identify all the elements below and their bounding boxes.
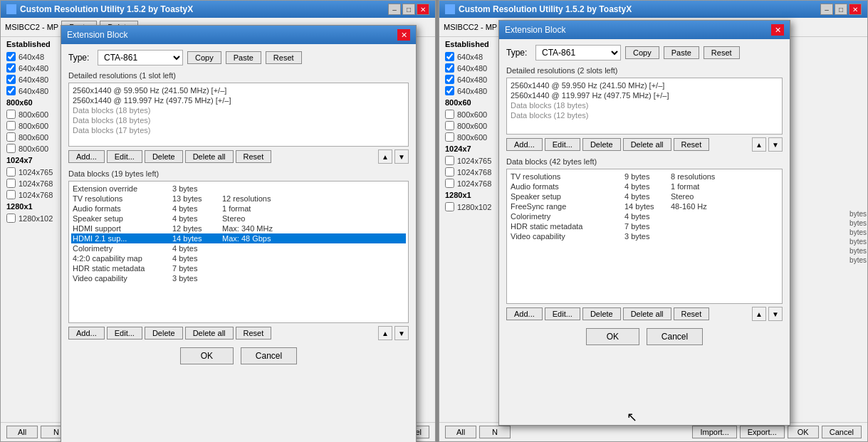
left-reset-btn[interactable]: Reset: [266, 51, 302, 64]
right-paste-btn2[interactable]: Paste: [664, 46, 699, 59]
right-n-btn[interactable]: N: [479, 426, 511, 438]
data-table-row[interactable]: HDR static metadata 7 bytes: [71, 263, 406, 273]
left-res-add-btn[interactable]: Add...: [68, 150, 105, 163]
right-ok-btn[interactable]: OK: [788, 426, 819, 438]
right-import-btn[interactable]: Import...: [692, 426, 736, 438]
list-item[interactable]: 2560x1440 @ 119.997 Hz (497.75 MHz) [+/–…: [71, 95, 406, 105]
data-table-row[interactable]: Audio formats 4 bytes 1 format: [509, 181, 780, 191]
row-checkbox[interactable]: [445, 156, 454, 165]
data-table-row[interactable]: Extension override 3 bytes: [71, 184, 406, 194]
row-checkbox[interactable]: [6, 110, 16, 119]
data-table-row[interactable]: HDMI support 12 bytes Max: 340 MHz: [71, 223, 406, 233]
row-checkbox[interactable]: [445, 63, 454, 73]
left-res-reset-btn[interactable]: Reset: [236, 150, 272, 163]
left-data-table[interactable]: Extension override 3 bytes TV resolution…: [68, 181, 409, 323]
left-resolutions-list[interactable]: 2560x1440 @ 59.950 Hz (241.50 MHz) [+/–]…: [68, 83, 409, 147]
right-res-edit-btn[interactable]: Edit...: [545, 138, 580, 151]
data-table-row[interactable]: FreeSync range 14 bytes 48-160 Hz: [509, 201, 780, 211]
left-type-select[interactable]: CTA-861: [98, 50, 183, 65]
right-data-reset-btn[interactable]: Reset: [674, 307, 710, 320]
left-data-edit-btn[interactable]: Edit...: [107, 327, 142, 340]
left-all-btn[interactable]: All: [6, 426, 38, 438]
maximize-btn[interactable]: □: [402, 4, 415, 15]
left-res-up-btn[interactable]: ▲: [378, 149, 392, 164]
list-item[interactable]: 2560x1440 @ 59.950 Hz (241.50 MHz) [+/–]: [509, 80, 780, 90]
row-checkbox[interactable]: [6, 179, 16, 188]
right-res-delete-btn[interactable]: Delete: [582, 138, 621, 151]
data-table-row[interactable]: Audio formats 4 bytes 1 format: [71, 204, 406, 214]
right-data-down-btn[interactable]: ▼: [768, 307, 783, 321]
row-checkbox[interactable]: [6, 75, 16, 84]
list-item[interactable]: 2560x1440 @ 59.950 Hz (241.50 MHz) [+/–]: [71, 85, 406, 95]
row-checkbox[interactable]: [445, 110, 454, 119]
left-data-delete-all-btn[interactable]: Delete all: [185, 327, 234, 340]
right-res-up-btn[interactable]: ▲: [752, 137, 766, 152]
data-table-row[interactable]: 4:2:0 capability map 4 bytes: [71, 253, 406, 263]
right-data-add-btn[interactable]: Add...: [506, 307, 543, 320]
data-table-row[interactable]: Video capability 3 bytes: [509, 231, 780, 241]
left-cancel-footer-btn[interactable]: Cancel: [241, 347, 297, 364]
data-table-row[interactable]: Colorimetry 4 bytes: [509, 211, 780, 221]
data-table-row[interactable]: Colorimetry 4 bytes: [71, 243, 406, 253]
row-checkbox[interactable]: [6, 167, 16, 177]
right-reset-btn[interactable]: Reset: [704, 46, 740, 59]
row-checkbox[interactable]: [6, 121, 16, 130]
row-checkbox[interactable]: [445, 167, 454, 177]
data-table-row[interactable]: Speaker setup 4 bytes Stereo: [509, 191, 780, 201]
left-dialog-close[interactable]: ✕: [397, 29, 410, 41]
right-ok-footer-btn[interactable]: OK: [586, 328, 639, 345]
left-data-up-btn[interactable]: ▲: [378, 326, 392, 340]
right-data-table[interactable]: TV resolutions 9 bytes 8 resolutions Aud…: [506, 169, 783, 304]
row-checkbox[interactable]: [445, 121, 454, 130]
right-minimize-btn[interactable]: –: [820, 4, 833, 15]
row-checkbox[interactable]: [445, 179, 454, 188]
data-table-row[interactable]: TV resolutions 9 bytes 8 resolutions: [509, 172, 780, 181]
left-ok-footer-btn[interactable]: OK: [180, 347, 234, 364]
right-dialog-close[interactable]: ✕: [771, 24, 784, 36]
right-data-edit-btn[interactable]: Edit...: [545, 307, 580, 320]
data-table-row[interactable]: Speaker setup 4 bytes Stereo: [71, 214, 406, 223]
right-res-delete-all-btn[interactable]: Delete all: [623, 138, 671, 151]
left-res-down-btn[interactable]: ▼: [394, 149, 409, 164]
left-paste-btn2[interactable]: Paste: [226, 51, 261, 64]
row-checkbox[interactable]: [6, 63, 16, 73]
right-all-btn[interactable]: All: [445, 426, 476, 438]
row-checkbox[interactable]: [445, 132, 454, 142]
right-data-up-btn[interactable]: ▲: [752, 307, 766, 321]
row-checkbox[interactable]: [6, 132, 16, 142]
minimize-btn[interactable]: –: [388, 4, 401, 15]
row-checkbox[interactable]: [445, 86, 454, 95]
left-data-delete-btn[interactable]: Delete: [145, 327, 183, 340]
right-res-down-btn[interactable]: ▼: [768, 137, 783, 152]
row-checkbox[interactable]: [6, 144, 16, 153]
data-table-row[interactable]: HDMI 2.1 sup... 14 bytes Max: 48 Gbps: [71, 233, 406, 243]
row-checkbox[interactable]: [6, 214, 16, 223]
right-data-delete-btn[interactable]: Delete: [582, 307, 621, 320]
row-checkbox[interactable]: [445, 202, 454, 211]
right-res-reset-btn[interactable]: Reset: [674, 138, 710, 151]
right-type-select[interactable]: CTA-861: [535, 45, 621, 60]
right-res-add-btn[interactable]: Add...: [506, 138, 543, 151]
list-item[interactable]: 2560x1440 @ 119.997 Hz (497.75 MHz) [+/–…: [509, 90, 780, 100]
data-table-row[interactable]: Video capability 3 bytes: [71, 273, 406, 283]
row-checkbox[interactable]: [445, 52, 454, 61]
right-resolutions-list[interactable]: 2560x1440 @ 59.950 Hz (241.50 MHz) [+/–]…: [506, 78, 783, 135]
right-close-btn[interactable]: ✕: [849, 4, 862, 15]
right-export-btn[interactable]: Export...: [740, 426, 785, 438]
row-checkbox[interactable]: [445, 75, 454, 84]
right-cancel-btn[interactable]: Cancel: [822, 426, 862, 438]
row-checkbox[interactable]: [6, 52, 16, 61]
left-res-edit-btn[interactable]: Edit...: [107, 150, 142, 163]
left-data-reset-btn[interactable]: Reset: [236, 327, 272, 340]
data-table-row[interactable]: TV resolutions 13 bytes 12 resolutions: [71, 194, 406, 204]
left-copy-btn[interactable]: Copy: [187, 51, 221, 64]
row-checkbox[interactable]: [6, 86, 16, 95]
left-data-down-btn[interactable]: ▼: [394, 326, 409, 340]
right-cancel-footer-btn[interactable]: Cancel: [647, 328, 703, 345]
close-btn[interactable]: ✕: [417, 4, 429, 15]
right-copy-btn[interactable]: Copy: [625, 46, 659, 59]
right-maximize-btn[interactable]: □: [835, 4, 847, 15]
left-res-delete-all-btn[interactable]: Delete all: [185, 150, 234, 163]
row-checkbox[interactable]: [6, 190, 16, 199]
data-table-row[interactable]: HDR static metadata 7 bytes: [509, 221, 780, 231]
